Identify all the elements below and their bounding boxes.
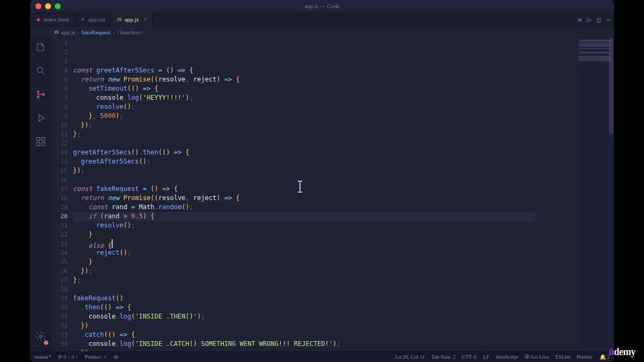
line-number[interactable]: 2	[52, 48, 73, 57]
line-number[interactable]: 16	[52, 175, 73, 184]
code-line[interactable]: return new Promise((resolve, reject) => …	[73, 75, 576, 84]
line-number[interactable]: 4	[52, 66, 73, 75]
minimap[interactable]	[576, 38, 614, 351]
code-line[interactable]: setTimeout(() => {	[73, 84, 576, 93]
editor-tab[interactable]: JSapp.js×	[111, 12, 153, 27]
extensions-icon[interactable]	[35, 136, 46, 149]
line-number[interactable]: 21	[52, 221, 73, 230]
run-icon[interactable]: ▷	[588, 16, 592, 24]
code-line[interactable]: greetAfter5Secs().then(() => {	[73, 148, 576, 157]
line-number[interactable]: 26	[52, 267, 73, 276]
debug-icon[interactable]	[35, 113, 46, 125]
code-line[interactable]: const greetAfter5Secs = () => {	[73, 66, 576, 75]
explorer-icon[interactable]	[35, 42, 46, 55]
code-line[interactable]: resolve();	[73, 221, 576, 230]
code-line[interactable]: .catch(() => {	[73, 330, 576, 339]
minimize-window-icon[interactable]	[45, 3, 51, 9]
notifications[interactable]: 🔔 2	[599, 354, 610, 360]
line-number[interactable]: 10	[52, 121, 73, 130]
code-line[interactable]	[73, 175, 576, 184]
source-control-icon[interactable]	[35, 89, 46, 102]
code-line[interactable]: });	[73, 349, 576, 351]
code-line[interactable]	[73, 285, 576, 294]
code-line[interactable]: fakeRequest()	[73, 294, 576, 303]
line-number[interactable]: 7	[52, 93, 73, 102]
line-number[interactable]: 9	[52, 112, 73, 121]
code-line[interactable]: else {	[73, 239, 576, 248]
compare-icon[interactable]: ⇄	[578, 16, 582, 24]
code-line[interactable]: .then(() => {	[73, 303, 576, 312]
code-line[interactable]: console.log('HEYYY!!!!');	[73, 93, 576, 102]
line-number[interactable]: 20	[52, 212, 73, 221]
line-number[interactable]: 33	[52, 330, 73, 339]
code-line[interactable]: console.log('INSIDE .THEN()');	[73, 312, 576, 321]
eol[interactable]: LF	[483, 354, 489, 360]
line-number[interactable]: 19	[52, 203, 73, 212]
code-line[interactable]: })	[73, 321, 576, 330]
code-line[interactable]: });	[73, 267, 576, 276]
code-line[interactable]	[73, 139, 576, 148]
line-number[interactable]: 12	[52, 139, 73, 148]
line-number[interactable]: 3	[52, 57, 73, 66]
editor-tab[interactable]: ◆index.html	[30, 12, 75, 27]
code-line[interactable]: resolve();	[73, 102, 576, 112]
line-number[interactable]: 28	[52, 285, 73, 294]
line-number[interactable]: 11	[52, 130, 73, 139]
line-number[interactable]: 23	[52, 239, 73, 248]
more-icon[interactable]: ⋯	[606, 16, 611, 24]
line-number[interactable]: 30	[52, 303, 73, 312]
settings-icon[interactable]	[35, 331, 46, 344]
vertical-scrollbar[interactable]	[608, 38, 614, 351]
code-editor[interactable]: 1234567891011121314151617181920212223242…	[52, 38, 614, 351]
code-line[interactable]: };	[73, 130, 576, 139]
line-number[interactable]: 17	[52, 184, 73, 194]
cursor-position[interactable]: Ln 20, Col 11	[396, 354, 425, 360]
code-line[interactable]: greetAfter5Secs();	[73, 157, 576, 166]
code-line[interactable]: const fakeRequest = () => {	[73, 184, 576, 194]
code-line[interactable]: };	[73, 276, 576, 285]
code-line[interactable]: }, 5000);	[73, 112, 576, 121]
scrollbar-thumb[interactable]	[609, 38, 613, 134]
editor-tab[interactable]: #app.css	[75, 12, 111, 27]
git-sync[interactable]: ⟳ 0 ↓ 0 ↑	[58, 354, 78, 360]
problems-status[interactable]: ⊘	[114, 354, 118, 360]
code-line[interactable]: const rand = Math.random();	[73, 203, 576, 212]
search-icon[interactable]	[35, 65, 46, 78]
line-number[interactable]: 24	[52, 248, 73, 257]
git-branch[interactable]: master*	[34, 354, 52, 360]
line-number[interactable]: 8	[52, 102, 73, 112]
code-line[interactable]: });	[73, 166, 576, 175]
go-live[interactable]: ⦿ Go Live	[524, 354, 549, 360]
line-number[interactable]: 32	[52, 321, 73, 330]
code-line[interactable]: }	[73, 230, 576, 239]
line-number[interactable]: 13	[52, 148, 73, 157]
split-editor-icon[interactable]: ◫	[597, 16, 601, 24]
line-number[interactable]: 34	[52, 339, 73, 349]
code-line[interactable]: reject();	[73, 248, 576, 257]
code-content[interactable]: const greetAfter5Secs = () => { return n…	[73, 38, 576, 351]
line-number[interactable]: 5	[52, 75, 73, 84]
code-line[interactable]: }	[73, 257, 576, 267]
line-number[interactable]: 1	[52, 39, 73, 48]
line-number[interactable]: 27	[52, 276, 73, 285]
prettier-status-2[interactable]: Prettier	[577, 354, 592, 360]
breadcrumbs[interactable]: JS app.js › fakeRequest › <function>	[30, 27, 614, 38]
line-number[interactable]: 35	[52, 349, 73, 351]
eslint-status[interactable]: ESLint	[555, 354, 570, 360]
language-mode[interactable]: JavaScript	[496, 354, 518, 360]
close-tab-icon[interactable]: ×	[143, 16, 147, 24]
maximize-window-icon[interactable]	[55, 3, 61, 9]
line-number[interactable]: 18	[52, 194, 73, 203]
close-window-icon[interactable]	[35, 3, 41, 9]
line-number[interactable]: 31	[52, 312, 73, 321]
code-line[interactable]: });	[73, 121, 576, 130]
indentation[interactable]: Tab Size: 2	[431, 354, 456, 360]
line-number[interactable]: 15	[52, 166, 73, 175]
encoding[interactable]: UTF-8	[462, 354, 477, 360]
line-number[interactable]: 25	[52, 257, 73, 267]
line-number[interactable]: 6	[52, 84, 73, 93]
line-number[interactable]: 29	[52, 294, 73, 303]
code-line[interactable]: console.log('INSIDE .CATCH() SOMETHING W…	[73, 339, 576, 349]
line-number[interactable]: 22	[52, 230, 73, 239]
line-number[interactable]: 14	[52, 157, 73, 166]
